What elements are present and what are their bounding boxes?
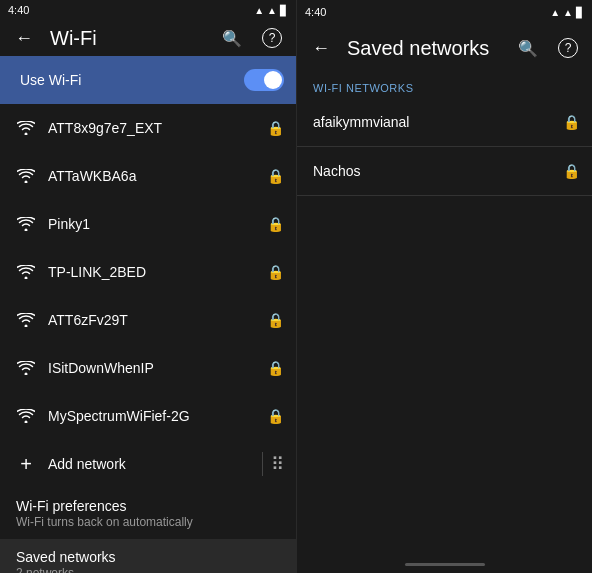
help-icon-left: ? (262, 28, 282, 48)
network-name: ISitDownWhenIP (40, 360, 267, 376)
wifi-networks-label: WI-FI NETWORKS (297, 72, 592, 98)
network-row[interactable]: Pinky1 🔒 (0, 200, 296, 248)
back-button-right[interactable]: ← (303, 30, 339, 66)
saved-network-row[interactable]: afaikymmvianal 🔒 (297, 98, 592, 146)
menu-item[interactable]: Saved networks 2 networks (0, 539, 296, 573)
lock-icon: 🔒 (563, 114, 580, 130)
lock-icon: 🔒 (267, 312, 284, 328)
network-name: ATT6zFv29T (40, 312, 267, 328)
battery-icon: ▊ (280, 5, 288, 16)
network-name: ATT8x9g7e7_EXT (40, 120, 267, 136)
search-icon-left: 🔍 (222, 29, 242, 48)
menu-item-subtitle: 2 networks (16, 566, 280, 573)
search-icon-right: 🔍 (518, 39, 538, 58)
help-icon-right: ? (558, 38, 578, 58)
back-icon-right: ← (312, 38, 330, 59)
network-divider (297, 195, 592, 196)
wifi-status-icon: ▲ (267, 5, 277, 16)
menu-item-subtitle: Wi-Fi turns back on automatically (16, 515, 280, 529)
wifi-signal-icon (12, 169, 40, 183)
wifi-signal-icon (12, 361, 40, 375)
grid-icon: ⠿ (271, 453, 284, 475)
grid-icon-btn[interactable]: ⠿ (271, 453, 284, 475)
use-wifi-label: Use Wi-Fi (12, 72, 244, 88)
add-network-row[interactable]: + Add network ⠿ (0, 440, 296, 488)
lock-icon: 🔒 (563, 163, 580, 179)
help-button-left[interactable]: ? (254, 20, 290, 56)
wifi-signal-icon (12, 265, 40, 279)
status-bar-left: 4:40 ▲ ▲ ▊ (0, 0, 296, 20)
wifi-signal-icon (12, 121, 40, 135)
home-indicator-right (297, 555, 592, 573)
lock-icon: 🔒 (267, 408, 284, 424)
lock-icon: 🔒 (267, 360, 284, 376)
lock-icon: 🔒 (267, 168, 284, 184)
home-bar-right (405, 563, 485, 566)
status-icons-right: ▲ ▲ ▊ (550, 7, 584, 18)
app-bar-left: ← Wi-Fi 🔍 ? (0, 20, 296, 56)
network-name: MySpectrumWiFief-2G (40, 408, 267, 424)
page-title-left: Wi-Fi (50, 27, 210, 50)
search-button-left[interactable]: 🔍 (214, 20, 250, 56)
add-network-label: Add network (40, 456, 254, 472)
network-row[interactable]: ATT6zFv29T 🔒 (0, 296, 296, 344)
add-icon: + (12, 453, 40, 476)
status-bar-right: 4:40 ▲ ▲ ▊ (297, 0, 592, 24)
network-row[interactable]: TP-LINK_2BED 🔒 (0, 248, 296, 296)
time-right: 4:40 (305, 6, 326, 18)
wifi-toggle[interactable] (244, 69, 284, 91)
menu-item-title: Wi-Fi preferences (16, 498, 280, 514)
help-button-right[interactable]: ? (550, 30, 586, 66)
network-row[interactable]: MySpectrumWiFief-2G 🔒 (0, 392, 296, 440)
wifi-signal-icon (12, 313, 40, 327)
lock-icon: 🔒 (267, 264, 284, 280)
time-left: 4:40 (8, 4, 29, 16)
use-wifi-row[interactable]: Use Wi-Fi (0, 56, 296, 104)
status-icons-left: ▲ ▲ ▊ (254, 5, 288, 16)
network-name: Pinky1 (40, 216, 267, 232)
signal-icon: ▲ (254, 5, 264, 16)
menu-items: Wi-Fi preferences Wi-Fi turns back on au… (0, 488, 296, 573)
network-row[interactable]: ATTaWKBA6a 🔒 (0, 152, 296, 200)
network-row[interactable]: ATT8x9g7e7_EXT 🔒 (0, 104, 296, 152)
lock-icon: 🔒 (267, 120, 284, 136)
page-title-right: Saved networks (347, 37, 506, 60)
back-icon-left: ← (15, 28, 33, 49)
saved-network-row[interactable]: Nachos 🔒 (297, 147, 592, 195)
right-panel: 4:40 ▲ ▲ ▊ ← Saved networks 🔍 ? WI-FI NE… (296, 0, 592, 573)
network-name: TP-LINK_2BED (40, 264, 267, 280)
saved-network-name: Nachos (309, 163, 563, 179)
menu-item[interactable]: Wi-Fi preferences Wi-Fi turns back on au… (0, 488, 296, 539)
app-bar-right: ← Saved networks 🔍 ? (297, 24, 592, 72)
signal-icon-r: ▲ (550, 7, 560, 18)
lock-icon: 🔒 (267, 216, 284, 232)
saved-networks-list: afaikymmvianal 🔒 Nachos 🔒 (297, 98, 592, 196)
network-name: ATTaWKBA6a (40, 168, 267, 184)
network-list: ATT8x9g7e7_EXT 🔒 ATTaWKBA6a 🔒 (0, 104, 296, 440)
saved-network-name: afaikymmvianal (309, 114, 563, 130)
vertical-separator (262, 452, 263, 476)
left-panel: 4:40 ▲ ▲ ▊ ← Wi-Fi 🔍 ? Use Wi-Fi (0, 0, 296, 573)
network-row[interactable]: ISitDownWhenIP 🔒 (0, 344, 296, 392)
search-button-right[interactable]: 🔍 (510, 30, 546, 66)
wifi-signal-icon (12, 217, 40, 231)
battery-icon-r: ▊ (576, 7, 584, 18)
wifi-signal-icon (12, 409, 40, 423)
wifi-status-icon-r: ▲ (563, 7, 573, 18)
menu-item-title: Saved networks (16, 549, 280, 565)
toggle-thumb (264, 71, 282, 89)
back-button-left[interactable]: ← (6, 20, 42, 56)
